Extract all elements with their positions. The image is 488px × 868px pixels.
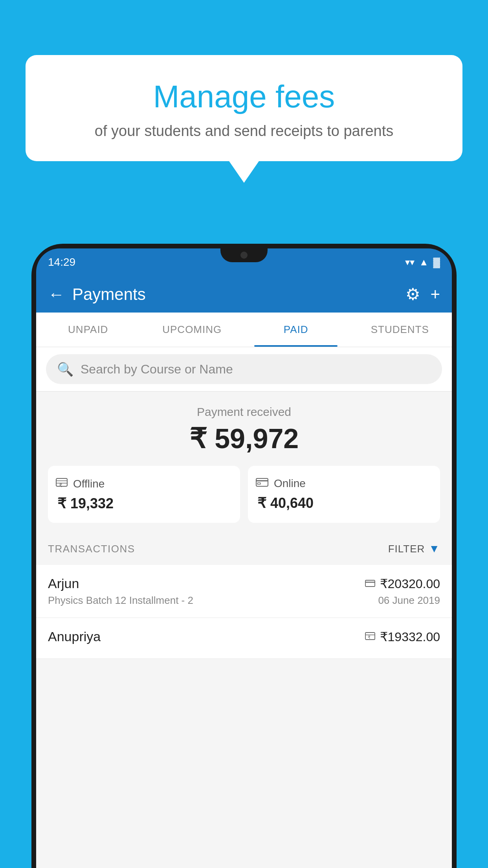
tab-upcoming[interactable]: UPCOMING bbox=[140, 313, 244, 347]
search-container: 🔍 Search by Course or Name bbox=[36, 347, 452, 392]
svg-text:₹: ₹ bbox=[368, 635, 371, 640]
svg-rect-6 bbox=[257, 483, 261, 484]
status-bar: 14:29 ▾▾ ▲ ▓ bbox=[36, 248, 452, 276]
tab-students[interactable]: STUDENTS bbox=[348, 313, 452, 347]
transaction-row-top: Anupriya ₹ ₹19332.00 bbox=[48, 629, 440, 644]
status-icons: ▾▾ ▲ ▓ bbox=[405, 257, 440, 268]
transaction-row-top: Arjun ₹20320.00 bbox=[48, 576, 440, 591]
offline-payment-icon: ₹ bbox=[56, 477, 68, 491]
tab-unpaid[interactable]: UNPAID bbox=[36, 313, 140, 347]
page-title: Payments bbox=[72, 285, 398, 304]
offline-transaction-icon: ₹ bbox=[365, 631, 375, 643]
back-button[interactable]: ← bbox=[48, 285, 64, 304]
transaction-date: 06 June 2019 bbox=[378, 594, 440, 607]
svg-rect-4 bbox=[256, 478, 268, 486]
online-amount: ₹ 40,640 bbox=[256, 495, 314, 511]
svg-rect-7 bbox=[365, 580, 375, 587]
online-payment-card: Online ₹ 40,640 bbox=[248, 466, 440, 523]
app-screen: ← Payments ⚙ + UNPAID UPCOMING PAID STUD… bbox=[36, 276, 452, 868]
transactions-header: TRANSACTIONS FILTER ▼ bbox=[36, 533, 452, 565]
online-card-top: Online bbox=[256, 477, 306, 490]
filter-label: FILTER bbox=[388, 543, 425, 555]
payment-received-label: Payment received bbox=[48, 405, 440, 419]
phone-frame: 14:29 ▾▾ ▲ ▓ ← Payments ⚙ + UNPAID UPCO bbox=[31, 244, 457, 868]
offline-payment-card: ₹ Offline ₹ 19,332 bbox=[48, 466, 240, 523]
transaction-amount: ₹20320.00 bbox=[380, 576, 440, 591]
search-bar[interactable]: 🔍 Search by Course or Name bbox=[46, 354, 442, 384]
filter-icon: ▼ bbox=[429, 542, 440, 555]
phone-notch bbox=[220, 248, 268, 262]
online-label: Online bbox=[274, 477, 306, 490]
tabs-bar: UNPAID UPCOMING PAID STUDENTS bbox=[36, 313, 452, 347]
transaction-amount: ₹19332.00 bbox=[380, 629, 440, 644]
payment-summary: Payment received ₹ 59,972 ₹ bbox=[36, 392, 452, 533]
online-transaction-icon bbox=[365, 577, 375, 590]
speech-bubble: Manage fees of your students and send re… bbox=[26, 55, 462, 161]
offline-amount: ₹ 19,332 bbox=[56, 495, 114, 512]
camera-dot bbox=[240, 252, 248, 259]
transaction-amount-row: ₹20320.00 bbox=[365, 576, 440, 591]
wifi-icon: ▾▾ bbox=[405, 257, 415, 268]
signal-icon: ▲ bbox=[419, 257, 429, 268]
svg-text:₹: ₹ bbox=[59, 482, 62, 488]
search-icon: 🔍 bbox=[57, 361, 73, 377]
settings-icon[interactable]: ⚙ bbox=[405, 285, 420, 304]
tab-paid[interactable]: PAID bbox=[244, 313, 348, 347]
bubble-subtitle: of your students and send receipts to pa… bbox=[45, 123, 443, 140]
payment-cards: ₹ Offline ₹ 19,332 bbox=[48, 466, 440, 523]
online-payment-icon bbox=[256, 477, 268, 490]
status-time: 14:29 bbox=[48, 256, 75, 268]
add-icon[interactable]: + bbox=[430, 285, 440, 304]
transactions-label: TRANSACTIONS bbox=[48, 543, 135, 555]
transaction-row-bottom: Physics Batch 12 Installment - 2 06 June… bbox=[48, 594, 440, 607]
search-input[interactable]: Search by Course or Name bbox=[81, 362, 233, 377]
transaction-name: Anupriya bbox=[48, 629, 101, 644]
battery-icon: ▓ bbox=[433, 257, 440, 268]
filter-button[interactable]: FILTER ▼ bbox=[388, 542, 440, 555]
transaction-row[interactable]: Anupriya ₹ ₹19332.00 bbox=[36, 618, 452, 659]
payment-total-amount: ₹ 59,972 bbox=[48, 423, 440, 455]
transaction-amount-row: ₹ ₹19332.00 bbox=[365, 629, 440, 644]
bubble-title: Manage fees bbox=[45, 79, 443, 115]
app-header: ← Payments ⚙ + bbox=[36, 276, 452, 313]
transaction-course: Physics Batch 12 Installment - 2 bbox=[48, 594, 193, 607]
offline-label: Offline bbox=[73, 478, 105, 490]
transaction-row[interactable]: Arjun ₹20320.00 Physics Batch 12 Install… bbox=[36, 565, 452, 618]
header-icons: ⚙ + bbox=[405, 285, 440, 304]
offline-card-top: ₹ Offline bbox=[56, 477, 105, 491]
transaction-name: Arjun bbox=[48, 576, 79, 591]
